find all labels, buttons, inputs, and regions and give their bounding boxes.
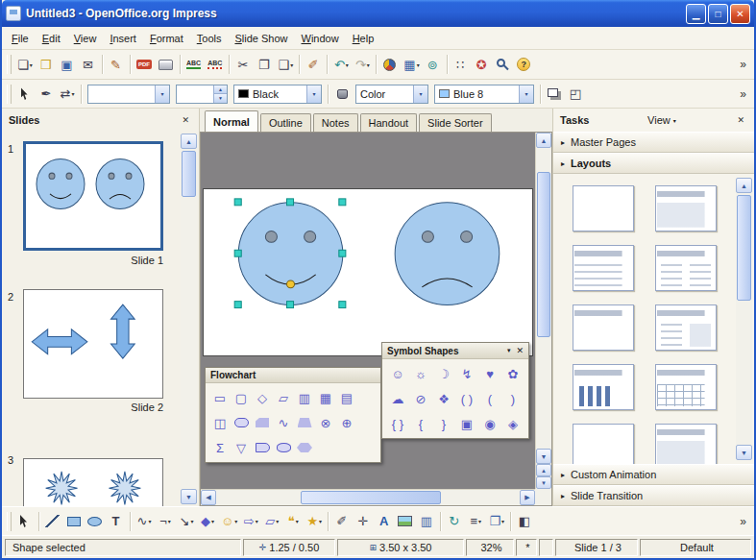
line-icon[interactable] [42,510,63,533]
arrow-style-icon[interactable]: ⇄▾ [57,83,78,106]
symbol-smiley-icon[interactable]: ☺ [386,361,409,386]
redo-icon[interactable]: ↷▾ [352,53,373,76]
rectangle-icon[interactable] [63,510,85,533]
flowchart-decision-icon[interactable]: ◇ [252,385,273,410]
scroll-up-button[interactable]: ▲ [181,134,197,149]
new-document-icon[interactable]: ❏▾ [14,53,36,76]
edit-file-icon[interactable]: ✎ [106,53,127,76]
rotation-mode-icon[interactable]: ◰ [565,83,586,106]
scroll-right-button[interactable]: ▶ [520,490,535,505]
view-menu[interactable]: View ▾ [647,114,676,126]
scrollbar-thumb[interactable] [537,172,550,337]
glue-points-icon[interactable]: ✛ [353,510,374,533]
flowchart-manual-operation-icon[interactable] [294,410,315,435]
scroll-down-button[interactable]: ▼ [536,449,551,464]
pointer-icon[interactable] [14,83,36,106]
slide-editing-area[interactable] [203,188,533,356]
save-icon[interactable]: ▣ [57,53,78,76]
fill-type-select[interactable]: Color ▾ [355,85,428,104]
symbol-double-brace-icon[interactable]: { } [386,411,409,436]
chevron-down-icon[interactable]: ▾ [519,85,533,103]
area-fill-icon[interactable] [331,83,353,106]
scrollbar-track[interactable] [181,149,197,489]
toolbar-grip[interactable] [7,55,12,74]
chevron-down-icon[interactable]: ▾ [155,85,169,103]
symbol-left-bracket-icon[interactable]: ( [478,386,501,411]
line-width-spinner[interactable]: ▲ ▼ [176,85,228,104]
toolbar-grip[interactable] [7,512,12,531]
layout-thumbnail[interactable] [655,245,717,291]
menu-format[interactable]: Format [143,30,190,47]
chevron-down-icon[interactable]: ▾ [413,85,427,103]
cut-icon[interactable]: ✂ [232,53,254,76]
section-master-pages[interactable]: ▸ Master Pages [553,132,754,153]
flowchart-display-icon[interactable] [294,435,315,460]
fontwork-icon[interactable]: A [374,510,395,533]
flowchart-predefined-process-icon[interactable]: ▥ [294,385,315,410]
scroll-down-button[interactable]: ▼ [181,489,197,504]
slides-scrollbar[interactable]: ▲ ▼ [181,134,197,504]
block-arrows-icon[interactable]: ⇨▾ [240,510,261,533]
flowchart-sort-icon[interactable]: Σ [209,435,231,460]
toolbar-menu-icon[interactable]: ▾ [507,347,511,354]
open-icon[interactable]: ❒ [36,53,57,76]
flowchart-terminator-icon[interactable] [231,410,252,435]
flowchart-internal-storage-icon[interactable]: ▦ [315,385,336,410]
symbol-diamond-bezel-icon[interactable]: ◈ [501,411,524,436]
undo-icon[interactable]: ↶▾ [330,53,352,76]
ellipse-icon[interactable] [85,510,106,533]
tasks-panel-close-icon[interactable]: ✕ [734,114,747,126]
layout-thumbnail[interactable] [655,185,717,231]
symbol-flower-icon[interactable]: ✿ [501,361,524,386]
flowchart-toolbar-titlebar[interactable]: Flowchart [206,368,380,383]
print-icon[interactable] [156,53,177,76]
scrollbar-track[interactable] [536,148,551,449]
layout-thumbnail[interactable] [655,364,717,410]
flowchart-multidocument-icon[interactable]: ◫ [209,410,231,435]
symbol-sun-icon[interactable]: ☼ [409,361,432,386]
symbol-square-bezel-icon[interactable]: ▣ [455,411,478,436]
minimize-button[interactable]: ▁ [686,4,706,24]
flowchart-summing-junction-icon[interactable]: ⊗ [315,410,336,435]
text-icon[interactable]: T [106,510,127,533]
help-icon[interactable]: ? [514,53,535,76]
chevron-down-icon[interactable]: ▾ [306,85,321,103]
stars-icon[interactable]: ★▾ [304,510,325,533]
flowchart-card-icon[interactable] [252,410,273,435]
symbol-double-bracket-icon[interactable]: ( ) [455,386,478,411]
tab-slide-sorter[interactable]: Slide Sorter [419,113,491,132]
flowchart-extract-icon[interactable]: ▽ [231,435,252,460]
section-layouts[interactable]: ▸ Layouts [553,153,754,174]
lines-arrows-icon[interactable]: ↘▾ [176,510,197,533]
flowchart-or-icon[interactable]: ⊕ [336,410,357,435]
format-paintbrush-icon[interactable]: ✐ [303,53,324,76]
layout-thumbnail[interactable] [573,245,634,291]
zoom-icon[interactable] [493,53,514,76]
tab-notes[interactable]: Notes [313,113,358,132]
previous-slide-button[interactable]: ▲ [536,464,551,476]
symbol-lightning-icon[interactable]: ↯ [455,361,478,386]
symbol-left-brace-icon[interactable]: { [409,411,432,436]
gallery-icon[interactable]: ▥ [416,510,437,533]
symbol-octagon-bezel-icon[interactable]: ◉ [478,411,501,436]
layout-thumbnail[interactable] [573,185,634,231]
menu-insert[interactable]: Insert [103,30,143,47]
close-button[interactable]: ✕ [730,4,750,24]
menu-view[interactable]: View [67,30,104,47]
menu-slide-show[interactable]: Slide Show [228,30,294,47]
fill-color-select[interactable]: Blue 8 ▾ [434,85,534,104]
symbol-prohibited-icon[interactable]: ⊘ [409,386,432,411]
scrollbar-thumb[interactable] [301,491,440,504]
layouts-scrollbar[interactable]: ▲ ▼ [736,178,752,460]
toolbar-overflow-button[interactable]: » [734,87,752,101]
scrollbar-thumb[interactable] [182,151,196,197]
layout-thumbnail[interactable] [655,304,717,351]
layout-thumbnail[interactable] [573,364,634,410]
flowchart-delay-icon[interactable] [252,435,273,460]
alignment-icon[interactable]: ≡▾ [465,510,486,533]
basic-shapes-icon[interactable]: ◆▾ [197,510,218,533]
slide-2-thumbnail[interactable] [23,289,163,399]
scroll-up-button[interactable]: ▲ [536,133,551,148]
tab-normal[interactable]: Normal [205,110,258,132]
table-icon[interactable]: ▦▾ [401,53,422,76]
